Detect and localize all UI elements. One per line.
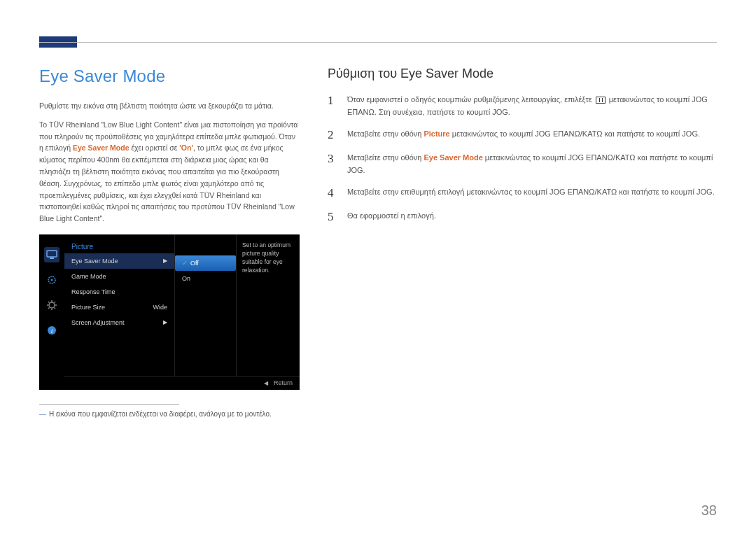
svg-rect-0 bbox=[47, 251, 57, 257]
svg-line-11 bbox=[48, 307, 50, 309]
menu-item-screen-adjustment[interactable]: Screen Adjustment▶ bbox=[64, 315, 174, 330]
footnote-separator bbox=[39, 404, 179, 405]
description-text: Το TÜV Rheinland "Low Blue Light Content… bbox=[39, 119, 300, 225]
menu-item-response-time[interactable]: Response Time bbox=[64, 284, 174, 300]
section-title: Ρύθμιση του Eye Saver Mode bbox=[328, 66, 717, 81]
svg-rect-1 bbox=[50, 258, 54, 259]
step-number: 3 bbox=[328, 152, 337, 176]
step-text: Μεταβείτε στην οθόνη Eye Saver Mode μετα… bbox=[347, 152, 717, 176]
chevron-right-icon: ▶ bbox=[163, 319, 167, 325]
steps-list: 1 Όταν εμφανιστεί ο οδηγός κουμπιών ρυθμ… bbox=[328, 94, 717, 224]
svg-point-4 bbox=[49, 302, 55, 308]
menu-item-eye-saver[interactable]: Eye Saver Mode▶ bbox=[64, 253, 174, 269]
step-text: Όταν εμφανιστεί ο οδηγός κουμπιών ρυθμιζ… bbox=[347, 94, 717, 118]
target-icon[interactable] bbox=[44, 272, 59, 288]
menu-item-game-mode[interactable]: Game Mode bbox=[64, 269, 174, 284]
page-content: Eye Saver Mode Ρυθμίστε την εικόνα στη β… bbox=[39, 66, 717, 418]
picture-label: Picture bbox=[424, 129, 449, 138]
osd-options: ✓Off On bbox=[175, 234, 237, 376]
svg-line-10 bbox=[55, 307, 56, 309]
page-title: Eye Saver Mode bbox=[39, 66, 300, 86]
nav-left-icon[interactable]: ◀ bbox=[264, 380, 268, 386]
step-text: Μεταβείτε στην επιθυμητή επιλογή μετακιν… bbox=[347, 186, 715, 200]
on-label: 'On' bbox=[179, 143, 193, 152]
option-on[interactable]: On bbox=[175, 271, 236, 286]
svg-line-9 bbox=[48, 302, 50, 303]
left-column: Eye Saver Mode Ρυθμίστε την εικόνα στη β… bbox=[39, 66, 300, 418]
step-3: 3 Μεταβείτε στην οθόνη Eye Saver Mode με… bbox=[328, 152, 717, 176]
page-number: 38 bbox=[701, 503, 717, 519]
option-off[interactable]: ✓Off bbox=[175, 255, 236, 271]
right-column: Ρύθμιση του Eye Saver Mode 1 Όταν εμφανι… bbox=[328, 66, 717, 418]
header-rule bbox=[39, 42, 717, 43]
monitor-icon[interactable] bbox=[44, 247, 59, 262]
osd-menu-header: Picture bbox=[64, 240, 174, 253]
step-5: 5 Θα εφαρμοστεί η επιλογή. bbox=[328, 210, 717, 224]
svg-line-12 bbox=[55, 302, 56, 303]
osd-menu: Picture Eye Saver Mode▶ Game Mode Respon… bbox=[64, 234, 175, 376]
return-label[interactable]: Return bbox=[274, 379, 293, 386]
step-text: Θα εφαρμοστεί η επιλογή. bbox=[347, 210, 436, 224]
step-number: 4 bbox=[328, 186, 337, 200]
step-number: 2 bbox=[328, 128, 337, 142]
osd-screenshot: i Picture Eye Saver Mode▶ Game Mode Resp… bbox=[39, 234, 300, 390]
footnote: ―Η εικόνα που εμφανίζεται ενδέχεται να δ… bbox=[39, 410, 300, 418]
step-text: Μεταβείτε στην οθόνη Picture μετακινώντα… bbox=[347, 128, 700, 142]
osd-help-text: Set to an optimum picture quality suitab… bbox=[237, 234, 300, 376]
eye-saver-mode-label: Eye Saver Mode bbox=[73, 143, 130, 152]
chevron-right-icon: ▶ bbox=[163, 258, 167, 264]
step-4: 4 Μεταβείτε στην επιθυμητή επιλογή μετακ… bbox=[328, 186, 717, 200]
step-2: 2 Μεταβείτε στην οθόνη Picture μετακινών… bbox=[328, 128, 717, 142]
info-icon[interactable]: i bbox=[44, 323, 59, 338]
step-number: 5 bbox=[328, 210, 337, 224]
gear-icon[interactable] bbox=[44, 297, 59, 313]
step-1: 1 Όταν εμφανιστεί ο οδηγός κουμπιών ρυθμ… bbox=[328, 94, 717, 118]
svg-point-3 bbox=[51, 279, 53, 281]
menu-grid-icon bbox=[596, 97, 606, 104]
menu-item-picture-size[interactable]: Picture SizeWide bbox=[64, 300, 174, 315]
step-number: 1 bbox=[328, 94, 337, 118]
eye-saver-mode-label: Eye Saver Mode bbox=[424, 153, 482, 162]
check-icon: ✓ bbox=[182, 259, 188, 267]
osd-footer: ◀ Return bbox=[64, 376, 300, 390]
osd-sidebar: i bbox=[39, 234, 64, 390]
intro-text: Ρυθμίστε την εικόνα στη βέλτιστη ποιότητ… bbox=[39, 100, 300, 112]
osd-body: Picture Eye Saver Mode▶ Game Mode Respon… bbox=[64, 234, 300, 376]
